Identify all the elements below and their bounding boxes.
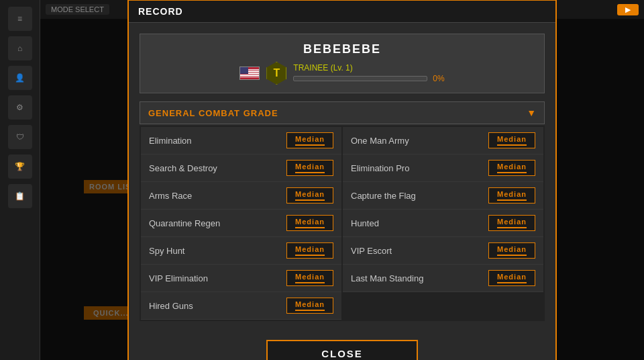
stat-name: One Man Army [351,136,409,146]
trophy-icon[interactable]: 🏆 [8,154,32,179]
modal-body: BEBEBEBE T TRAINEE (Lv. 1) 0% [129,23,555,332]
rank-label: TRAINEE (Lv. 1) [293,63,444,73]
median-badge: Median [488,270,535,286]
stat-name: Arms Race [149,191,192,201]
xp-bar [293,76,427,81]
xp-bar-container: 0% [293,74,444,83]
stats-grid: Elimination Median Search & Destroy Medi… [140,126,545,321]
stat-name: VIP Elimination [149,273,208,283]
median-badge: Median [488,215,535,231]
settings-icon[interactable]: ⚙ [8,95,32,120]
country-flag [239,66,260,80]
stat-row: One Man Army Median [343,127,543,154]
xp-percent: 0% [433,74,444,83]
user-icon[interactable]: 👤 [8,66,32,90]
median-badge: Median [286,187,333,204]
modal-title: RECORD [138,6,183,17]
stat-row: Search & Destroy Median [141,154,341,182]
modal-title-bar: RECORD [129,1,555,23]
close-button[interactable]: CLOSE [266,340,418,360]
home-icon[interactable]: ⌂ [8,36,32,60]
mode-select[interactable]: MODE SELECT [46,4,109,15]
stat-name: Hunted [351,218,379,228]
player-info: BEBEBEBE T TRAINEE (Lv. 1) 0% [140,34,545,93]
stat-name: Last Man Standing [351,273,423,283]
median-badge: Median [286,215,333,231]
main-area: ROOM LIST QUICK... RECORD BEBEBEBE T TRA… [40,19,644,360]
median-badge: Median [286,160,333,176]
modal-backdrop: RECORD BEBEBEBE T TRAINEE (Lv. 1) [40,19,644,360]
clipboard-icon[interactable]: 📋 [8,184,32,208]
median-badge: Median [488,160,535,176]
section-header[interactable]: GENERAL COMBAT GRADE ▼ [140,101,545,124]
player-rank-row: T TRAINEE (Lv. 1) 0% [239,62,444,85]
record-modal: RECORD BEBEBEBE T TRAINEE (Lv. 1) [127,0,557,360]
stat-row: Spy Hunt Median [141,237,341,265]
orange-action-button[interactable]: ▶ [617,4,639,15]
sidebar: ≡ ⌂ 👤 ⚙ 🛡 🏆 📋 [0,0,40,360]
median-badge: Median [488,187,535,204]
stat-name: VIP Escort [351,246,392,256]
stat-row: Elimination Pro Median [343,154,543,182]
stat-name: Spy Hunt [149,246,184,256]
median-badge: Median [286,132,333,148]
stat-name: Capture the Flag [351,191,416,201]
stat-row: VIP Elimination Median [141,265,341,292]
stat-name: Elimination [149,136,192,146]
rank-info: TRAINEE (Lv. 1) 0% [293,63,444,83]
stat-name: Search & Destroy [149,163,217,173]
median-badge: Median [488,242,535,259]
median-badge: Median [488,132,535,148]
stat-name: Quarantine Regen [149,218,220,228]
stat-row: Last Man Standing Median [343,265,543,292]
rank-badge: T [266,62,286,85]
stat-row: Hired Guns Median [141,292,341,320]
median-badge: Median [286,298,333,314]
shield-icon[interactable]: 🛡 [8,125,32,149]
modal-footer: CLOSE [129,332,555,360]
stat-row: Elimination Median [141,127,341,154]
stats-right-col: One Man Army Median Elimination Pro Medi… [343,127,543,320]
median-badge: Median [286,270,333,286]
stat-row: Hunted Median [343,210,543,237]
stat-row: Capture the Flag Median [343,182,543,210]
stat-name: Elimination Pro [351,163,409,173]
stat-name: Hired Guns [149,301,193,311]
stat-row: VIP Escort Median [343,237,543,265]
section-title: GENERAL COMBAT GRADE [148,108,278,118]
stat-row: Quarantine Regen Median [141,210,341,237]
stat-row: Arms Race Median [141,182,341,210]
stats-left-col: Elimination Median Search & Destroy Medi… [141,127,341,320]
player-name: BEBEBEBE [303,42,381,56]
median-badge: Median [286,242,333,259]
menu-icon[interactable]: ≡ [8,7,32,31]
chevron-down-icon: ▼ [527,107,536,118]
